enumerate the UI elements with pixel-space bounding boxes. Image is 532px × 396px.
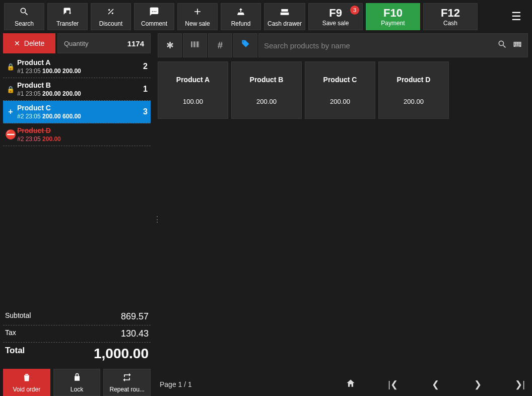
order-line[interactable]: 🔒Product B#1 23:05 200.00 200.001 bbox=[3, 78, 151, 101]
search-icon[interactable] bbox=[497, 39, 507, 52]
product-grid: Product A100.00Product B200.00Product C2… bbox=[158, 61, 528, 371]
cash-label: Cash bbox=[443, 20, 457, 27]
totals: Subtotal869.57 Tax130.43 Total1,000.00 bbox=[3, 308, 151, 365]
search-label: Search bbox=[15, 20, 34, 27]
product-card[interactable]: Product C200.00 bbox=[305, 61, 375, 119]
subtotal-value: 869.57 bbox=[121, 311, 149, 322]
line-name: Product C bbox=[17, 104, 136, 112]
transfer-icon bbox=[62, 7, 73, 19]
lock-icon bbox=[72, 372, 82, 385]
product-search-input[interactable] bbox=[264, 41, 492, 50]
order-panel: ✕Delete Quantity1174 🔒Product A#1 23:05 … bbox=[0, 33, 154, 396]
pager: Page 1 / 1 |❮ ❮ ❯ ❯| bbox=[158, 373, 528, 396]
line-name: Product A bbox=[17, 58, 136, 67]
new-sale-label: New sale bbox=[185, 20, 210, 27]
cash-drawer-icon bbox=[280, 7, 290, 19]
tax-label: Tax bbox=[5, 328, 16, 339]
repeat-round-button[interactable]: Repeat rou... bbox=[103, 369, 151, 396]
asterisk-icon: ✱ bbox=[166, 40, 174, 51]
line-meta: #2 23:05 200.00 bbox=[17, 136, 136, 143]
payment-button[interactable]: F10Payment bbox=[366, 3, 420, 30]
lock-button[interactable]: Lock bbox=[53, 369, 101, 396]
cash-drawer-button[interactable]: Cash drawer bbox=[264, 3, 305, 30]
trash-icon bbox=[22, 372, 32, 385]
line-name: Product B bbox=[17, 81, 136, 89]
product-name: Product B bbox=[250, 76, 284, 84]
repeat-icon bbox=[122, 372, 132, 385]
product-card[interactable]: Product B200.00 bbox=[231, 61, 302, 119]
panel-divider[interactable] bbox=[154, 33, 158, 396]
product-name: Product A bbox=[176, 76, 210, 84]
comment-button[interactable]: Comment bbox=[134, 3, 174, 30]
comment-label: Comment bbox=[141, 20, 167, 27]
discount-label: Discount bbox=[99, 20, 123, 27]
lock-label: Lock bbox=[71, 386, 83, 393]
discount-button[interactable]: Discount bbox=[91, 3, 131, 30]
transfer-button[interactable]: Transfer bbox=[47, 3, 88, 30]
void-order-button[interactable]: Void order bbox=[3, 369, 50, 396]
filter-star-button[interactable]: ✱ bbox=[158, 33, 182, 57]
first-page-button[interactable]: |❮ bbox=[387, 379, 399, 390]
tag-icon bbox=[240, 39, 250, 52]
last-page-button[interactable]: ❯| bbox=[514, 379, 526, 390]
product-card[interactable]: Product A100.00 bbox=[158, 61, 228, 119]
product-name: Product D bbox=[397, 76, 431, 84]
total-value: 1,000.00 bbox=[94, 346, 149, 362]
close-icon: ✕ bbox=[14, 39, 20, 47]
refund-label: Refund bbox=[231, 20, 251, 27]
lock-icon: 🔒 bbox=[7, 86, 15, 93]
plus-icon: + bbox=[8, 107, 13, 116]
lock-icon: 🔒 bbox=[7, 63, 15, 71]
order-lines: 🔒Product A#1 23:05 100.00 200.002🔒Produc… bbox=[3, 55, 151, 306]
discount-icon bbox=[106, 7, 116, 19]
f9-key: F9 bbox=[329, 7, 342, 20]
next-page-button[interactable]: ❯ bbox=[472, 379, 484, 390]
prev-page-button[interactable]: ❮ bbox=[429, 379, 441, 390]
line-name: Product D bbox=[17, 126, 136, 135]
home-button[interactable] bbox=[345, 378, 357, 391]
keyboard-icon[interactable] bbox=[512, 39, 522, 52]
minus-icon: ⛔ bbox=[5, 129, 16, 140]
product-card[interactable]: Product D200.00 bbox=[378, 61, 449, 119]
filter-hash-button[interactable]: # bbox=[208, 33, 232, 57]
product-panel: ✱ # Product A100.00Product B200.00Produc… bbox=[158, 33, 532, 396]
barcode-icon bbox=[190, 39, 200, 52]
product-name: Product C bbox=[323, 76, 357, 84]
refund-button[interactable]: Refund bbox=[221, 3, 261, 30]
delete-label: Delete bbox=[24, 39, 44, 47]
save-sale-button[interactable]: 3F9Save sale bbox=[308, 3, 363, 30]
save-sale-label: Save sale bbox=[322, 20, 349, 27]
void-order-label: Void order bbox=[13, 386, 40, 393]
line-qty: 3 bbox=[136, 107, 148, 116]
menu-button[interactable]: ☰ bbox=[505, 3, 528, 30]
product-price: 100.00 bbox=[183, 98, 203, 105]
order-line[interactable]: ⛔Product D#2 23:05 200.00 bbox=[3, 123, 151, 146]
delete-button[interactable]: ✕Delete bbox=[3, 33, 55, 53]
hamburger-icon: ☰ bbox=[511, 10, 521, 23]
search-icon bbox=[19, 7, 29, 19]
filter-tag-button[interactable] bbox=[233, 33, 257, 57]
search-input-wrap bbox=[258, 33, 528, 57]
transfer-label: Transfer bbox=[56, 20, 79, 27]
cash-button[interactable]: F12Cash bbox=[423, 3, 478, 30]
comment-icon bbox=[149, 7, 159, 19]
quantity-box[interactable]: Quantity1174 bbox=[57, 33, 151, 53]
order-line[interactable]: 🔒Product A#1 23:05 100.00 200.002 bbox=[3, 55, 151, 78]
plus-icon bbox=[192, 7, 203, 19]
f12-key: F12 bbox=[441, 7, 460, 20]
save-sale-badge: 3 bbox=[350, 6, 359, 15]
quantity-value: 1174 bbox=[127, 39, 144, 48]
cash-drawer-label: Cash drawer bbox=[268, 20, 302, 27]
filter-barcode-button[interactable] bbox=[183, 33, 207, 57]
subtotal-label: Subtotal bbox=[5, 311, 31, 322]
repeat-round-label: Repeat rou... bbox=[109, 386, 144, 393]
order-line[interactable]: +Product C#2 23:05 200.00 600.003 bbox=[3, 101, 151, 123]
total-label: Total bbox=[5, 346, 25, 362]
search-button[interactable]: Search bbox=[4, 3, 44, 30]
pager-text: Page 1 / 1 bbox=[160, 380, 192, 388]
product-price: 200.00 bbox=[404, 98, 424, 105]
refund-icon bbox=[236, 7, 246, 19]
new-sale-button[interactable]: New sale bbox=[177, 3, 218, 30]
hash-icon: # bbox=[218, 40, 223, 51]
quantity-label: Quantity bbox=[64, 40, 88, 47]
